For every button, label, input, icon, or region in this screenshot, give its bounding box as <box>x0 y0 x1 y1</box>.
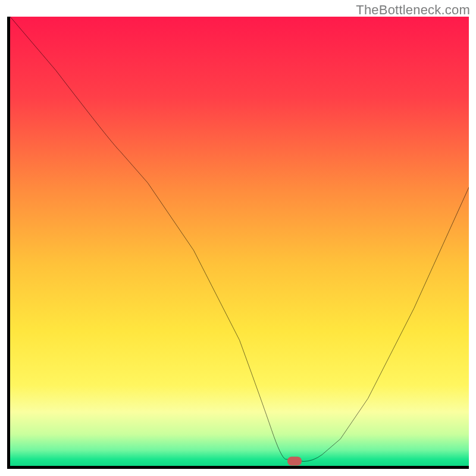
plot-area <box>7 17 469 469</box>
bottleneck-marker <box>287 457 302 466</box>
svg-rect-0 <box>10 17 469 466</box>
background-gradient <box>10 17 469 466</box>
bottleneck-chart: TheBottleneck.com <box>0 0 476 476</box>
watermark-text: TheBottleneck.com <box>356 2 470 18</box>
